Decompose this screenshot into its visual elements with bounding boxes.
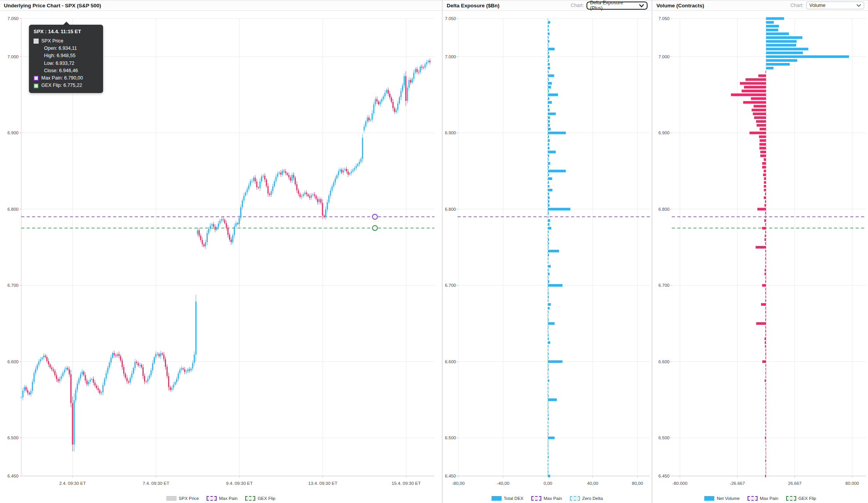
gex-flip-swatch-icon [34, 83, 39, 88]
price-chart-legend: SPX PriceMax PainGEX Flip [0, 496, 442, 501]
y-axis-tick-label: 6.600 [7, 359, 19, 364]
x-axis-tick-label: -80.000 [672, 481, 687, 486]
dex-chart-dropdown[interactable]: Delta Exposure (Plus) [587, 2, 648, 10]
y-axis-tick-label: 6.900 [7, 130, 19, 135]
y-axis-tick-label: 6.600 [658, 359, 670, 364]
legend-item-max-pain[interactable]: Max Pain [531, 496, 562, 501]
tooltip-open-label: Open: [44, 45, 57, 52]
delta-exposure-panel: Delta Exposure ($Bn) Chart: Delta Exposu… [443, 0, 651, 503]
x-axis-tick-label: 7.4. 09:30 ET [142, 481, 169, 486]
price-panel-title: Underlying Price Chart - SPX (S&P 500) [4, 3, 101, 8]
max-pain-swatch-icon [34, 76, 39, 81]
tooltip-maxpain-label: Max Pain: [41, 75, 63, 81]
y-axis-tick-label: 6.450 [7, 474, 19, 478]
tooltip-high-label: High: [44, 53, 55, 59]
price-chart-panel: Underlying Price Chart - SPX (S&P 500) 2… [0, 0, 442, 503]
volume-chart-select-label: Chart: [790, 3, 804, 8]
legend-swatch-icon [492, 496, 502, 501]
chart-tooltip: SPX : 14.4. 11:15 ET SPX Price Open: 6.9… [29, 25, 103, 93]
x-axis-tick-label: 9.4. 09:30 ET [226, 481, 253, 486]
tooltip-low-value: 6.933,72 [56, 60, 75, 67]
dex-chart-select-label: Chart: [571, 3, 584, 8]
legend-swatch-icon [245, 496, 255, 501]
gex-flip-marker[interactable] [373, 225, 378, 230]
dex-dropdown-value: Delta Exposure (Plus) [590, 0, 636, 11]
x-axis-tick-label: -26.667 [730, 481, 745, 486]
max-pain-marker[interactable] [373, 214, 378, 219]
dex-chart-legend: Total DEXMax PainZero Delta [443, 496, 651, 501]
spx-price-swatch-icon [34, 39, 39, 44]
tooltip-title: SPX : 14.4. 11:15 ET [34, 28, 98, 35]
y-axis-tick-label: 7.000 [7, 54, 19, 59]
tooltip-open-value: 6.934,11 [59, 45, 77, 52]
trading-dashboard: Underlying Price Chart - SPX (S&P 500) 2… [0, 0, 868, 503]
x-axis-tick-label: 26.667 [788, 481, 802, 486]
y-axis-tick-label: 6.800 [7, 207, 19, 212]
y-axis-tick-label: 7.000 [445, 54, 456, 59]
legend-item-max-pain[interactable]: Max Pain [207, 496, 237, 501]
x-axis-tick-label: 80.000 [846, 481, 859, 486]
legend-swatch-icon [748, 496, 758, 501]
tooltip-gexflip-label: GEX Flip: [41, 82, 62, 89]
legend-item-max-pain[interactable]: Max Pain [748, 496, 778, 501]
y-axis-tick-label: 7.000 [658, 54, 670, 59]
chevron-down-icon [856, 4, 861, 7]
legend-item-gex-flip[interactable]: GEX Flip [245, 496, 275, 501]
candlestick-series [21, 58, 431, 451]
volume-chart-legend: Net VolumeMax PainGEX Flip [653, 496, 868, 501]
legend-label: Zero Delta [582, 496, 603, 501]
y-axis-tick-label: 6.600 [445, 359, 456, 364]
legend-item-net-volume[interactable]: Net Volume [704, 496, 739, 501]
y-axis-tick-label: 7.050 [445, 16, 456, 21]
y-axis-tick-label: 7.050 [658, 16, 670, 21]
tooltip-gexflip-value: 6.775,22 [63, 82, 82, 89]
legend-label: GEX Flip [798, 496, 816, 501]
y-axis-tick-label: 6.450 [658, 474, 670, 478]
tooltip-close-label: Close: [44, 68, 58, 74]
volume-panel: Volume (Contracts) Chart: Volume -80.000… [653, 0, 868, 503]
y-axis-tick-label: 6.700 [7, 283, 19, 288]
legend-swatch-icon [704, 496, 714, 501]
y-axis-tick-label: 6.500 [658, 435, 670, 440]
y-axis-tick-label: 6.700 [658, 283, 670, 288]
tooltip-close-value: 6.946,46 [59, 68, 78, 74]
volume-chart-dropdown[interactable]: Volume [806, 2, 864, 9]
volume-chart-svg[interactable]: -80.000-26.66726.66780.0007.0507.0006.90… [653, 11, 868, 503]
legend-item-zero-delta[interactable]: Zero Delta [570, 496, 603, 501]
legend-label: Total DEX [504, 496, 524, 501]
legend-label: GEX Flip [258, 496, 275, 501]
legend-swatch-icon [531, 496, 541, 501]
tooltip-maxpain-value: 6.790,00 [64, 75, 83, 81]
price-panel-header: Underlying Price Chart - SPX (S&P 500) [0, 0, 442, 11]
legend-label: Max Pain [544, 496, 562, 501]
y-axis-tick-label: 6.800 [658, 207, 670, 212]
legend-label: SPX Price [179, 496, 199, 501]
legend-item-spx-price[interactable]: SPX Price [166, 496, 199, 501]
x-axis-tick-label: -40,00 [497, 481, 510, 486]
x-axis-tick-label: 40,00 [587, 481, 598, 486]
y-axis-tick-label: 6.500 [445, 435, 456, 440]
tooltip-high-value: 6.948,55 [57, 53, 76, 59]
x-axis-tick-label: 80,00 [632, 481, 643, 486]
legend-swatch-icon [786, 496, 796, 501]
legend-label: Net Volume [717, 496, 739, 501]
y-axis-tick-label: 6.450 [445, 474, 456, 478]
tooltip-low-label: Low: [44, 60, 54, 67]
y-axis-tick-label: 6.900 [658, 130, 670, 135]
x-axis-tick-label: 2.4. 09:30 ET [59, 481, 86, 486]
volume-panel-header: Volume (Contracts) Chart: Volume [653, 0, 868, 11]
total-dex-bars [548, 21, 570, 477]
chevron-down-icon [639, 4, 644, 7]
net-volume-bars [731, 17, 849, 478]
volume-dropdown-value: Volume [809, 3, 826, 8]
dex-chart-svg[interactable]: -80,00-40,000,0040,0080,007.0507.0006.90… [443, 11, 651, 503]
y-axis-tick-label: 6.800 [445, 207, 456, 212]
legend-item-gex-flip[interactable]: GEX Flip [786, 496, 816, 501]
legend-item-total-dex[interactable]: Total DEX [492, 496, 524, 501]
x-axis-tick-label: 15.4. 09:30 ET [392, 481, 420, 486]
tooltip-series-label: SPX Price [41, 38, 63, 44]
price-chart-body: 2.4. 09:30 ET7.4. 09:30 ET9.4. 09:30 ET1… [0, 11, 442, 503]
y-axis-tick-label: 7.050 [7, 16, 19, 21]
dex-panel-header: Delta Exposure ($Bn) Chart: Delta Exposu… [443, 0, 651, 11]
y-axis-tick-label: 6.700 [445, 283, 456, 288]
